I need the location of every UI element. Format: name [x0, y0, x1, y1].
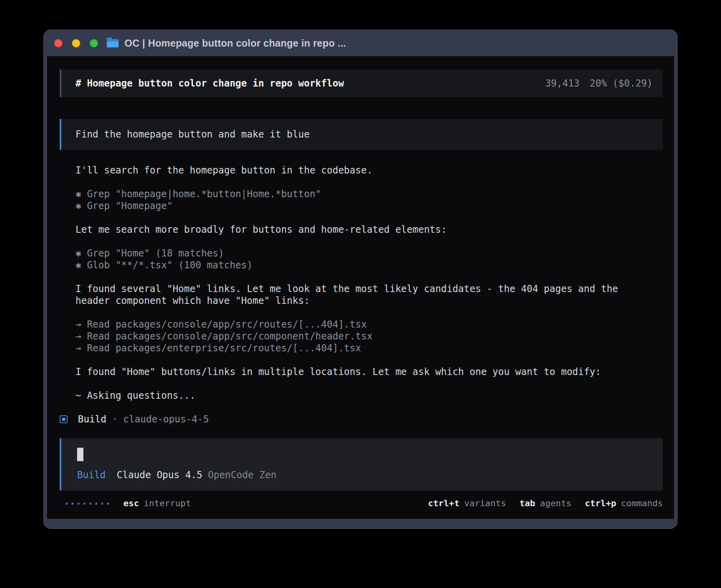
- spinner-dot: [77, 503, 79, 505]
- agent-model: claude-opus-4-5: [123, 413, 209, 425]
- minimize-button[interactable]: [72, 39, 80, 47]
- input-provider-label: OpenCode Zen: [208, 469, 276, 481]
- assistant-text: Let me search more broadly for buttons a…: [75, 224, 628, 236]
- spinner-dot: [66, 503, 68, 505]
- tool-call-group: ✱ Grep "homepage|home.*button|Home.*butt…: [75, 188, 628, 212]
- spinner-dot: [89, 503, 91, 505]
- hint-label-interrupt: interrupt: [144, 498, 191, 509]
- assistant-text: ~ Asking questions...: [75, 390, 628, 401]
- tool-call-line: ✱ Grep "homepage|home.*button|Home.*butt…: [75, 188, 628, 200]
- assistant-text: I found several "Home" links. Let me loo…: [75, 283, 628, 307]
- hint-key: tab: [519, 498, 535, 509]
- tool-call-line: ✱ Glob "**/*.tsx" (100 matches): [75, 259, 628, 271]
- status-bar: esc interrupt ctrl+tvariantstabagentsctr…: [60, 497, 663, 510]
- tool-call-group: → Read packages/console/app/src/routes/[…: [75, 318, 628, 354]
- hint-label: commands: [621, 498, 663, 509]
- terminal-window: OC | Homepage button color change in rep…: [43, 30, 678, 529]
- spinner-dots: [66, 503, 109, 505]
- title-bar: OC | Homepage button color change in rep…: [47, 30, 674, 56]
- tool-call-line: ✱ Grep "Homepage": [75, 200, 628, 212]
- session-meta: 39,413 20% ($0.29): [545, 77, 653, 89]
- hint-interrupt: esc interrupt: [123, 498, 191, 509]
- session-header: # Homepage button color change in repo w…: [60, 70, 663, 97]
- folder-icon: [107, 39, 119, 47]
- input-footer: Build Claude Opus 4.5 OpenCode Zen: [77, 469, 653, 481]
- hint-key-esc: esc: [123, 498, 139, 509]
- traffic-lights: [54, 39, 98, 47]
- agent-name: Build: [78, 413, 106, 425]
- spinner-dot: [95, 503, 97, 505]
- close-button[interactable]: [54, 39, 62, 47]
- prompt-input[interactable]: Build Claude Opus 4.5 OpenCode Zen: [60, 438, 663, 490]
- tool-call-line: → Read packages/console/app/src/routes/[…: [75, 318, 628, 330]
- text-cursor: [77, 448, 83, 461]
- hint-label: agents: [540, 498, 571, 509]
- tool-call-line: → Read packages/console/app/src/componen…: [75, 330, 628, 342]
- assistant-text: I found "Home" buttons/links in multiple…: [75, 366, 628, 378]
- input-mode-label: Build: [77, 469, 106, 481]
- spinner-dot: [83, 503, 85, 505]
- tool-call-line: ✱ Grep "Home" (18 matches): [75, 247, 628, 259]
- hint-commands: ctrl+pcommands: [585, 498, 663, 509]
- user-message: Find the homepage button and make it blu…: [60, 119, 663, 150]
- user-message-text: Find the homepage button and make it blu…: [75, 128, 310, 140]
- agent-icon: [60, 415, 68, 423]
- spinner-dot: [72, 503, 74, 505]
- tool-call-line: → Read packages/enterprise/src/routes/[.…: [75, 342, 628, 354]
- window-title: OC | Homepage button color change in rep…: [125, 38, 346, 49]
- session-title: # Homepage button color change in repo w…: [75, 77, 344, 89]
- assistant-text: I'll search for the homepage button in t…: [75, 164, 628, 176]
- context-cost: 20% ($0.29): [590, 77, 653, 89]
- right-hints: ctrl+tvariantstabagentsctrl+pcommands: [428, 498, 663, 509]
- spinner-dot: [101, 503, 103, 505]
- token-count: 39,413: [545, 77, 579, 89]
- zoom-button[interactable]: [90, 39, 98, 47]
- hint-key: ctrl+t: [428, 498, 459, 509]
- hint-agents: tabagents: [519, 498, 571, 509]
- hint-variants: ctrl+tvariants: [428, 498, 506, 509]
- agent-separator: ·: [112, 413, 117, 425]
- input-model-label: Claude Opus 4.5: [117, 469, 202, 481]
- hint-key: ctrl+p: [585, 498, 616, 509]
- tool-call-group: ✱ Grep "Home" (18 matches)✱ Glob "**/*.t…: [75, 247, 628, 271]
- terminal-content: # Homepage button color change in repo w…: [47, 56, 674, 519]
- conversation: I'll search for the homepage button in t…: [60, 164, 663, 401]
- hint-label: variants: [464, 498, 506, 509]
- spinner-dot: [107, 503, 109, 505]
- agent-status-line: Build · claude-opus-4-5: [60, 413, 663, 425]
